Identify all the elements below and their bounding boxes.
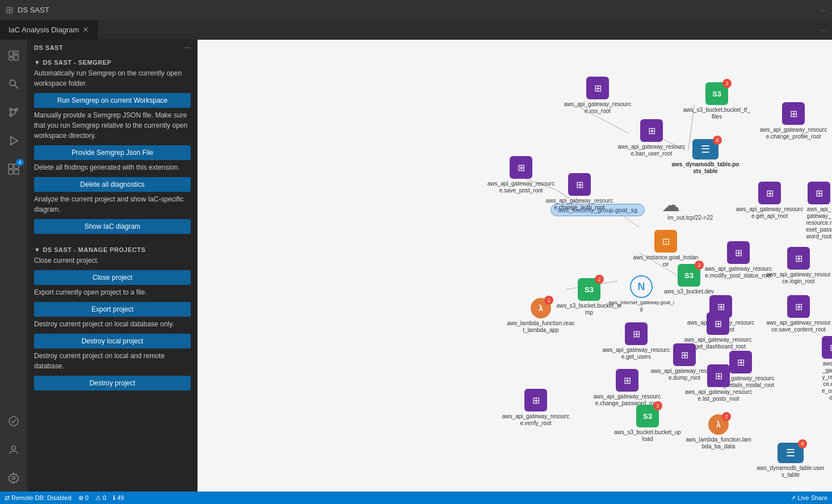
node-change-auth-root[interactable]: ⊞ aws_api_gateway_resource.change_auth_r…: [545, 173, 614, 211]
destroy-local-button[interactable]: Destroy local project: [34, 334, 191, 348]
svg-point-6: [10, 108, 12, 111]
activity-bar: 4: [0, 40, 27, 492]
destroy-desc: Destroy current project on local and rem…: [34, 351, 191, 371]
diagram-canvas[interactable]: aws_security_group.goat_sg ☁ im_out.tcp/…: [198, 40, 832, 492]
activity-settings[interactable]: [0, 464, 27, 492]
tab-iac-diagram[interactable]: IaC Analysis Diagram ✕: [0, 20, 98, 40]
show-iac-button[interactable]: Show IaC diagram: [34, 219, 191, 234]
node-get-api-root[interactable]: ⊞ aws_api_gateway_resource.get_api_root: [736, 182, 804, 220]
delete-desc: Delete all findings generated with this …: [34, 162, 191, 173]
activity-search[interactable]: [0, 70, 27, 98]
destroy-button[interactable]: Destroy project: [34, 376, 191, 390]
app-icon: ⊞: [6, 5, 13, 15]
activity-account[interactable]: [0, 436, 27, 463]
node-s3-tf-files[interactable]: S3 2 aws_s3_bucket.bucket_tf_files: [683, 82, 751, 120]
svg-point-17: [12, 477, 15, 480]
svg-rect-1: [14, 51, 18, 54]
extensions-badge: 4: [16, 159, 24, 166]
activity-run[interactable]: [0, 127, 27, 154]
close-icon[interactable]: ✕: [82, 25, 89, 34]
svg-point-16: [12, 446, 16, 450]
node-login-root[interactable]: ⊞ aws_api_gateway_resource.login_root: [765, 247, 832, 285]
statusbar-warnings[interactable]: ⚠ 0: [95, 494, 106, 502]
collapse-icon-projects[interactable]: ▼: [34, 246, 40, 253]
node-verify-root[interactable]: ⊞ aws_api_gateway_resource.verify_root: [502, 389, 570, 427]
activity-source-control[interactable]: [0, 99, 27, 126]
svg-rect-13: [9, 170, 13, 174]
app-title: DS SAST: [18, 6, 49, 14]
svg-point-7: [10, 114, 12, 116]
statusbar-errors[interactable]: ⊗ 0: [78, 494, 89, 502]
titlebar-more[interactable]: ···: [820, 6, 826, 14]
statusbar: ⇄ Remote DB: Disabled ⊗ 0 ⚠ 0 ℹ 49 ↗ Liv…: [0, 492, 832, 504]
tab-label: IaC Analysis Diagram: [9, 26, 79, 34]
svg-point-15: [9, 417, 18, 426]
run-desc: Automatically run Semgrep on the current…: [34, 68, 191, 89]
close-project-button[interactable]: Close project: [34, 270, 191, 285]
destroy-local-desc: Destroy current project on local databas…: [34, 319, 191, 329]
tabbar: IaC Analysis Diagram ✕ ···: [0, 20, 832, 40]
titlebar: ⊞ DS SAST ···: [0, 0, 832, 20]
node-save-content-root[interactable]: ⊞ aws_api_gateway_resource.save_content_…: [765, 295, 832, 333]
projects-section-title: ▼ DS SAST - MANAGE PROJECTS: [27, 243, 198, 255]
activity-extensions[interactable]: 4: [0, 156, 27, 183]
node-delete-user-root[interactable]: ⊞ aws_api_gateway_resource.delete_user_r…: [822, 336, 832, 401]
diagram-area: aws_security_group.goat_sg ☁ im_out.tcp/…: [198, 40, 832, 492]
svg-rect-0: [9, 51, 13, 56]
node-change-profile-root[interactable]: ⊞ aws_api_gateway_resource.change_profil…: [759, 102, 827, 140]
node-modify-post-status[interactable]: ⊞ aws_api_gateway_resource.modify_post_s…: [704, 241, 772, 279]
sidebar: DS SAST ··· ▼ DS SAST - SEMGREP Automati…: [27, 40, 198, 492]
activity-explorer[interactable]: [0, 42, 27, 69]
node-xss-root[interactable]: ⊞ aws_api_gateway_resource.xss_root: [564, 77, 632, 115]
provide-json-button[interactable]: Provide Semgrep Json File: [34, 145, 191, 160]
svg-rect-3: [9, 57, 13, 60]
live-share-icon: ↗: [791, 494, 796, 502]
svg-rect-14: [14, 170, 19, 174]
activity-ds-sast[interactable]: [0, 408, 27, 435]
node-reset-password-root[interactable]: ⊞ aws_api_gateway_resource.reset_passwor…: [806, 182, 832, 240]
node-dynamodb-posts[interactable]: ☰ 8 aws_dynamodb_table.posts_table: [671, 139, 739, 175]
arrow-label-tcp: im_out.tcp/22->22: [667, 215, 713, 221]
semgrep-section-title: ▼ DS SAST - SEMGREP: [27, 56, 198, 68]
node-lambda-ba-data[interactable]: λ 2 aws_lambda_function.lambda_ba_data: [684, 414, 753, 450]
node-goat-instance[interactable]: ⊡ aws_instance.goat_instance: [632, 230, 700, 268]
node-dynamodb-users[interactable]: ☰ 8 aws_dynamodb_table.users_table: [757, 443, 825, 478]
json-desc: Manually provide a Semgrep JSON file. Ma…: [34, 110, 191, 141]
svg-point-8: [15, 108, 18, 111]
export-desc: Export currently open project to a file.: [34, 287, 191, 297]
svg-marker-10: [11, 137, 18, 145]
statusbar-live-share[interactable]: ↗ Live Share: [791, 494, 827, 502]
svg-point-4: [10, 80, 15, 86]
svg-rect-2: [14, 55, 18, 60]
iac-desc: Analyze the current project and show IaC…: [34, 194, 191, 215]
node-cloud[interactable]: ☁: [662, 194, 680, 216]
svg-rect-11: [9, 164, 13, 169]
close-desc: Close current project.: [34, 255, 191, 266]
sidebar-header: DS SAST ···: [27, 40, 198, 56]
node-lambda-react[interactable]: λ 1 aws_lambda_function.react_lambda_app: [507, 298, 575, 334]
node-save-post-root[interactable]: ⊞ aws_api_gateway_resource.save_post_roo…: [487, 156, 555, 194]
tabbar-more-icon[interactable]: ···: [814, 26, 832, 34]
remote-icon: ⇄: [5, 494, 10, 502]
statusbar-info[interactable]: ℹ 49: [113, 494, 124, 502]
export-project-button[interactable]: Export project: [34, 302, 191, 317]
sidebar-header-title: DS SAST: [34, 44, 63, 51]
statusbar-remote[interactable]: ⇄ Remote DB: Disabled: [5, 494, 72, 502]
node-list-posts-root[interactable]: ⊞ aws_api_gateway_resource.list_posts_ro…: [684, 364, 753, 402]
collapse-icon[interactable]: ▼: [34, 59, 40, 66]
node-s3-dev[interactable]: S3 2 aws_s3_bucket.dev: [664, 264, 714, 295]
node-change-password-root[interactable]: ⊞ aws_api_gateway_resource.change_passwo…: [593, 369, 661, 407]
delete-diagnostics-button[interactable]: Delete all diagnostics: [34, 177, 191, 192]
sidebar-more-icon[interactable]: ···: [184, 44, 191, 51]
run-semgrep-button[interactable]: Run Semgrep on current Workspace: [34, 93, 191, 108]
node-s3-bucket-upload[interactable]: S3 2 aws_s3_bucket.bucket_upload: [614, 405, 682, 443]
svg-line-5: [15, 85, 18, 89]
